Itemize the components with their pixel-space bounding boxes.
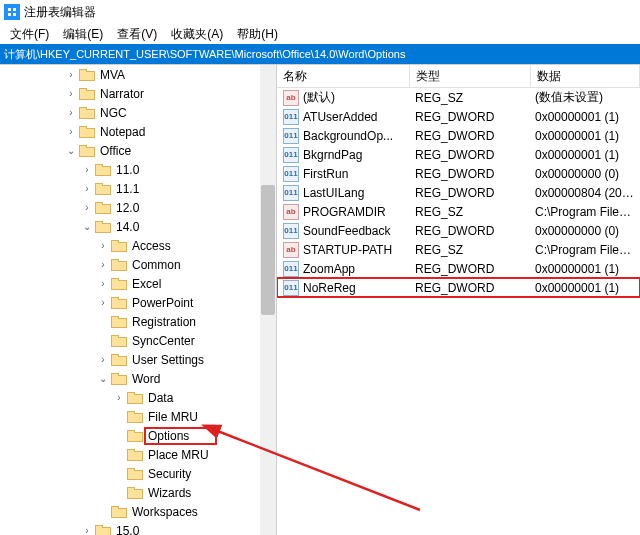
folder-icon (111, 334, 127, 348)
value-row[interactable]: 011SoundFeedbackREG_DWORD0x00000000 (0) (277, 221, 640, 240)
tree-item-registration[interactable]: ›Registration (0, 312, 276, 331)
value-row[interactable]: 011ATUserAddedREG_DWORD0x00000001 (1) (277, 107, 640, 126)
value-row[interactable]: ab(默认)REG_SZ(数值未设置) (277, 88, 640, 107)
value-row[interactable]: 011BkgrndPagREG_DWORD0x00000001 (1) (277, 145, 640, 164)
dword-value-icon: 011 (283, 185, 299, 201)
col-header-name[interactable]: 名称 (277, 65, 410, 87)
tree-item-label: Access (130, 238, 173, 254)
value-name: BkgrndPag (303, 148, 362, 162)
chevron-right-icon[interactable]: › (80, 524, 94, 536)
tree-item-label: 11.0 (114, 162, 141, 178)
tree-item-office[interactable]: ⌄Office (0, 141, 276, 160)
chevron-right-icon[interactable]: › (96, 296, 110, 310)
tree-item-label: Security (146, 466, 193, 482)
svg-rect-0 (6, 6, 18, 18)
tree-item-notepad[interactable]: ›Notepad (0, 122, 276, 141)
chevron-right-icon[interactable]: › (64, 125, 78, 139)
tree-item-15-0[interactable]: ›15.0 (0, 521, 276, 535)
tree-item-mva[interactable]: ›MVA (0, 65, 276, 84)
value-data: 0x00000001 (1) (529, 110, 640, 124)
value-name: (默认) (303, 89, 335, 106)
tree-item-wizards[interactable]: ›Wizards (0, 483, 276, 502)
value-type: REG_DWORD (409, 148, 529, 162)
tree-item-label: Notepad (98, 124, 147, 140)
tree-item-label: 11.1 (114, 181, 141, 197)
folder-icon (127, 448, 143, 462)
chevron-right-icon[interactable]: › (64, 87, 78, 101)
tree-item-label: User Settings (130, 352, 206, 368)
tree-item-options[interactable]: ›Options (0, 426, 276, 445)
value-name: ATUserAdded (303, 110, 377, 124)
value-type: REG_DWORD (409, 129, 529, 143)
tree-item-place-mru[interactable]: ›Place MRU (0, 445, 276, 464)
tree-item-narrator[interactable]: ›Narrator (0, 84, 276, 103)
value-row[interactable]: 011NoReRegREG_DWORD0x00000001 (1) (277, 278, 640, 297)
tree-item-excel[interactable]: ›Excel (0, 274, 276, 293)
value-row[interactable]: 011FirstRunREG_DWORD0x00000000 (0) (277, 164, 640, 183)
folder-icon (111, 353, 127, 367)
value-type: REG_DWORD (409, 110, 529, 124)
menu-view[interactable]: 查看(V) (111, 25, 163, 44)
chevron-right-icon[interactable]: › (96, 239, 110, 253)
chevron-right-icon[interactable]: › (64, 68, 78, 82)
tree-item-label: NGC (98, 105, 129, 121)
value-type: REG_SZ (409, 91, 529, 105)
tree-item-11-1[interactable]: ›11.1 (0, 179, 276, 198)
value-data: 0x00000000 (0) (529, 224, 640, 238)
col-header-data[interactable]: 数据 (531, 65, 640, 87)
tree-item-label: Word (130, 371, 162, 387)
menu-help[interactable]: 帮助(H) (231, 25, 284, 44)
value-row[interactable]: 011LastUILangREG_DWORD0x00000804 (2052) (277, 183, 640, 202)
value-row[interactable]: abPROGRAMDIRREG_SZC:\Program Files\Mi (277, 202, 640, 221)
tree-item-workspaces[interactable]: ›Workspaces (0, 502, 276, 521)
chevron-right-icon[interactable]: › (96, 258, 110, 272)
chevron-right-icon[interactable]: › (64, 106, 78, 120)
tree-scrollbar-track[interactable] (260, 65, 276, 535)
folder-icon (79, 144, 95, 158)
value-row[interactable]: abSTARTUP-PATHREG_SZC:\Program Files (x8 (277, 240, 640, 259)
chevron-right-icon[interactable]: › (112, 391, 126, 405)
folder-icon (79, 106, 95, 120)
chevron-right-icon[interactable]: › (80, 182, 94, 196)
values-list[interactable]: ab(默认)REG_SZ(数值未设置)011ATUserAddedREG_DWO… (277, 88, 640, 297)
tree-item-security[interactable]: ›Security (0, 464, 276, 483)
tree-item-label: MVA (98, 67, 127, 83)
tree-item-common[interactable]: ›Common (0, 255, 276, 274)
tree-item-data[interactable]: ›Data (0, 388, 276, 407)
value-row[interactable]: 011ZoomAppREG_DWORD0x00000001 (1) (277, 259, 640, 278)
chevron-right-icon[interactable]: › (96, 277, 110, 291)
tree-item-powerpoint[interactable]: ›PowerPoint (0, 293, 276, 312)
chevron-right-icon[interactable]: › (80, 201, 94, 215)
tree-scrollbar-thumb[interactable] (261, 185, 275, 315)
chevron-down-icon[interactable]: ⌄ (80, 220, 94, 234)
tree-item-12-0[interactable]: ›12.0 (0, 198, 276, 217)
menu-file[interactable]: 文件(F) (4, 25, 55, 44)
tree-item-access[interactable]: ›Access (0, 236, 276, 255)
tree-item-label: 14.0 (114, 219, 141, 235)
tree-item-11-0[interactable]: ›11.0 (0, 160, 276, 179)
values-header[interactable]: 名称 类型 数据 (277, 65, 640, 88)
value-data: 0x00000001 (1) (529, 262, 640, 276)
menu-edit[interactable]: 编辑(E) (57, 25, 109, 44)
tree-item-user-settings[interactable]: ›User Settings (0, 350, 276, 369)
menu-favorites[interactable]: 收藏夹(A) (165, 25, 229, 44)
tree-item-label: Narrator (98, 86, 146, 102)
tree-list[interactable]: ›MVA›Narrator›NGC›Notepad⌄Office›11.0›11… (0, 65, 276, 535)
chevron-right-icon[interactable]: › (80, 163, 94, 177)
folder-icon (95, 163, 111, 177)
tree-item-14-0[interactable]: ⌄14.0 (0, 217, 276, 236)
value-data: C:\Program Files\Mi (529, 205, 640, 219)
chevron-down-icon[interactable]: ⌄ (96, 372, 110, 386)
tree-item-ngc[interactable]: ›NGC (0, 103, 276, 122)
folder-icon (111, 505, 127, 519)
tree-item-label: Wizards (146, 485, 193, 501)
value-row[interactable]: 011BackgroundOp...REG_DWORD0x00000001 (1… (277, 126, 640, 145)
tree-item-label: Office (98, 143, 133, 159)
address-bar[interactable]: 计算机\HKEY_CURRENT_USER\SOFTWARE\Microsoft… (0, 44, 640, 64)
tree-item-file-mru[interactable]: ›File MRU (0, 407, 276, 426)
chevron-down-icon[interactable]: ⌄ (64, 144, 78, 158)
col-header-type[interactable]: 类型 (410, 65, 531, 87)
chevron-right-icon[interactable]: › (96, 353, 110, 367)
tree-item-synccenter[interactable]: ›SyncCenter (0, 331, 276, 350)
tree-item-word[interactable]: ⌄Word (0, 369, 276, 388)
